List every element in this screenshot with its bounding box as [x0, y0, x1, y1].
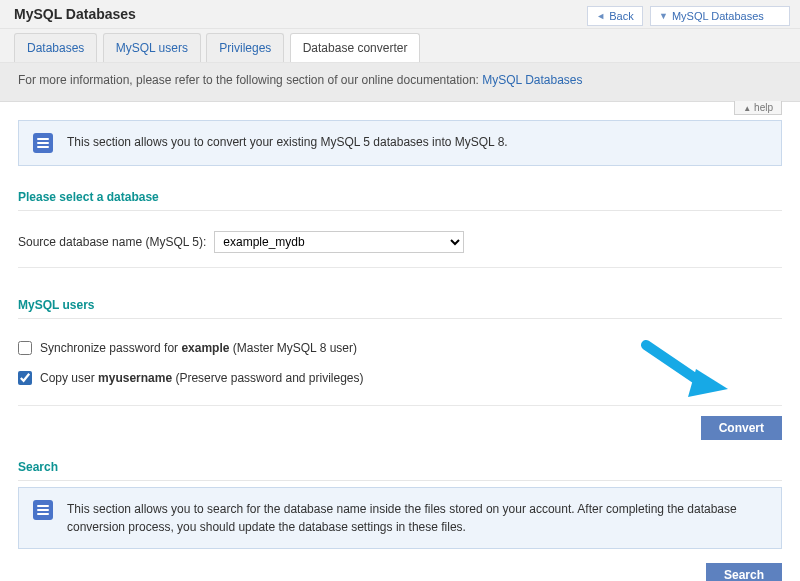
- sync-password-checkbox[interactable]: [18, 341, 32, 355]
- search-button[interactable]: Search: [706, 563, 782, 581]
- info-icon: [33, 500, 53, 520]
- back-button[interactable]: ◄ Back: [587, 6, 642, 26]
- tab-privileges[interactable]: Privileges: [206, 33, 284, 62]
- info-box-search: This section allows you to search for th…: [18, 487, 782, 549]
- section-search: Search: [18, 460, 782, 481]
- chevron-up-icon: ▲: [743, 104, 751, 113]
- doc-link[interactable]: MySQL Databases: [482, 73, 582, 87]
- doc-text: For more information, please refer to th…: [18, 73, 482, 87]
- chevron-left-icon: ◄: [596, 11, 605, 21]
- back-label: Back: [609, 10, 633, 22]
- tab-database-converter[interactable]: Database converter: [290, 33, 421, 62]
- section-mysql-users: MySQL users: [18, 298, 782, 319]
- breadcrumb-label: MySQL Databases: [672, 10, 764, 22]
- convert-button[interactable]: Convert: [701, 416, 782, 440]
- sync-password-label: Synchronize password for example (Master…: [40, 341, 357, 355]
- tab-mysql-users[interactable]: MySQL users: [103, 33, 201, 62]
- help-toggle[interactable]: ▲help: [734, 101, 782, 115]
- source-db-select[interactable]: example_mydb: [214, 231, 464, 253]
- help-label: help: [754, 102, 773, 113]
- source-db-label: Source database name (MySQL 5):: [18, 235, 206, 249]
- chevron-down-icon: ▼: [659, 11, 668, 21]
- tab-databases[interactable]: Databases: [14, 33, 97, 62]
- search-info-text: This section allows you to search for th…: [67, 500, 767, 536]
- section-select-database: Please select a database: [18, 190, 782, 211]
- page-title: MySQL Databases: [14, 6, 583, 22]
- info-icon: [33, 133, 53, 153]
- copy-user-checkbox[interactable]: [18, 371, 32, 385]
- info-text: This section allows you to convert your …: [67, 133, 508, 151]
- breadcrumb-dropdown[interactable]: ▼ MySQL Databases: [650, 6, 790, 26]
- info-box-convert: This section allows you to convert your …: [18, 120, 782, 166]
- doc-reference: For more information, please refer to th…: [0, 63, 800, 102]
- copy-user-label: Copy user myusername (Preserve password …: [40, 371, 364, 385]
